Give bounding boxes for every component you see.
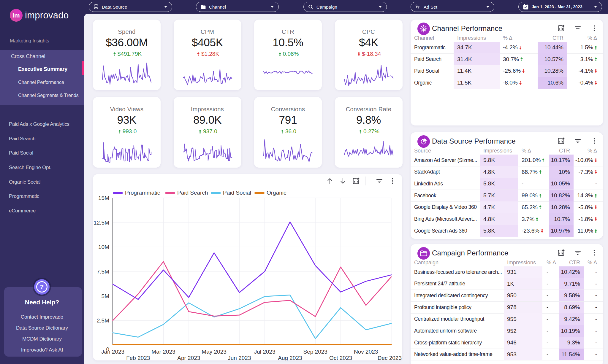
svg-text:Nov 2023: Nov 2023 <box>354 349 378 355</box>
svg-text:Oct 2023: Oct 2023 <box>329 355 352 360</box>
svg-text:7.5M: 7.5M <box>97 268 109 275</box>
svg-text:2.5M: 2.5M <box>97 317 109 324</box>
svg-text:15M: 15M <box>98 195 109 201</box>
svg-text:Dec 2023: Dec 2023 <box>378 355 402 360</box>
svg-text:Jan 2023: Jan 2023 <box>101 349 124 355</box>
svg-text:May 2023: May 2023 <box>202 349 226 355</box>
svg-text:Aug 2023: Aug 2023 <box>278 355 302 360</box>
svg-text:Feb 2023: Feb 2023 <box>126 355 150 360</box>
svg-text:12.5M: 12.5M <box>94 220 109 226</box>
svg-text:5M: 5M <box>102 293 109 299</box>
svg-text:Sep 2023: Sep 2023 <box>303 349 327 355</box>
svg-text:Apr 2023: Apr 2023 <box>177 355 200 360</box>
svg-text:Jul 2023: Jul 2023 <box>254 349 276 355</box>
svg-text:Mar 2023: Mar 2023 <box>151 349 175 355</box>
svg-text:Jun 2023: Jun 2023 <box>228 355 251 360</box>
svg-text:10M: 10M <box>98 244 109 250</box>
